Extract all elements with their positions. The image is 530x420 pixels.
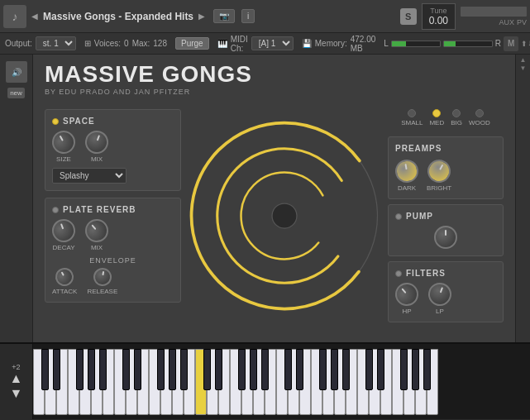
release-label: RELEASE xyxy=(87,288,117,295)
keyboard-area: +2 ▲ ▼ xyxy=(0,342,530,419)
black-key[interactable] xyxy=(423,349,431,390)
envelope-knobs: ATTACK RELEASE xyxy=(52,268,174,295)
dark-group: DARK xyxy=(395,160,418,192)
strip-bottom: ▼ xyxy=(520,64,527,72)
top-bar-left: ♪ ◀ Massive Gongs - Expanded Hits ▶ 📷 i xyxy=(3,5,400,28)
black-key[interactable] xyxy=(238,349,246,390)
save-btn[interactable]: S xyxy=(400,8,417,25)
pump-led[interactable] xyxy=(395,213,402,220)
space-dropdown[interactable]: Splashy Small Medium Large Hall xyxy=(52,168,127,184)
black-key[interactable] xyxy=(342,349,350,390)
black-key[interactable] xyxy=(169,349,176,390)
tune-slider[interactable] xyxy=(461,7,527,17)
max-label: Max: xyxy=(132,39,150,48)
black-key[interactable] xyxy=(88,349,95,390)
memory-value: 472.00 MB xyxy=(351,35,376,53)
midi-item: 🎹 MIDI Ch: [A] 1 xyxy=(217,35,294,53)
nav-next[interactable]: ▶ xyxy=(197,10,207,22)
filters-led[interactable] xyxy=(395,270,402,277)
info-btn[interactable]: i xyxy=(241,9,255,23)
bright-group: BRIGHT xyxy=(427,160,451,192)
voices-label: Voices: xyxy=(94,39,121,48)
black-key[interactable] xyxy=(215,349,222,390)
hp-label: HP xyxy=(402,308,411,315)
black-key[interactable] xyxy=(377,349,384,390)
dark-knob[interactable] xyxy=(394,158,420,184)
output-label: Output: xyxy=(5,39,32,48)
space-section: SPACE SIZE MIX Splashy xyxy=(45,109,181,191)
m-btn[interactable]: M xyxy=(504,36,518,51)
mix-label: MIX xyxy=(91,155,103,163)
black-key[interactable] xyxy=(180,349,188,390)
filters-section: FILTERS HP LP xyxy=(388,261,504,322)
octave-label: +2 xyxy=(12,363,20,371)
center-knob-area xyxy=(181,109,388,322)
space-led[interactable] xyxy=(52,118,59,125)
big-led[interactable] xyxy=(452,109,461,117)
plate-knobs: DECAY MIX xyxy=(52,219,174,251)
med-label: MED xyxy=(429,119,444,126)
black-key[interactable] xyxy=(53,349,60,390)
black-key[interactable] xyxy=(365,349,373,390)
black-key[interactable] xyxy=(76,349,84,390)
black-key[interactable] xyxy=(296,349,303,390)
space-mix-knob[interactable] xyxy=(82,127,112,157)
black-key[interactable] xyxy=(134,349,141,390)
tune-label: Tune xyxy=(429,7,448,15)
keys-container xyxy=(33,344,530,419)
lp-knob[interactable] xyxy=(425,279,455,309)
big-label: BIG xyxy=(451,119,462,126)
camera-btn[interactable]: 📷 xyxy=(213,9,235,23)
black-key[interactable] xyxy=(412,349,419,390)
new-badge: new xyxy=(7,88,25,98)
black-key[interactable] xyxy=(331,349,338,390)
pump-knob[interactable] xyxy=(434,226,457,249)
release-knob[interactable] xyxy=(92,266,112,287)
preamps-section: PREAMPS DARK BRIGHT xyxy=(388,136,504,199)
black-key[interactable] xyxy=(319,349,327,390)
attack-knob[interactable] xyxy=(52,265,77,289)
nav-prev[interactable]: ◀ xyxy=(30,10,40,22)
size-knob[interactable] xyxy=(48,126,79,158)
pump-section: PUMP xyxy=(388,204,504,256)
hp-knob[interactable] xyxy=(390,278,423,310)
filters-knobs: HP LP xyxy=(395,283,496,315)
med-selector: MED xyxy=(429,109,444,126)
black-key[interactable] xyxy=(203,349,211,390)
black-key[interactable] xyxy=(157,349,165,390)
top-bar-right: S Tune 0.00 AUX PV xyxy=(400,3,527,30)
purge-btn[interactable]: Purge xyxy=(175,37,209,50)
plate-mix-knob[interactable] xyxy=(80,214,112,246)
wood-label: WOOD xyxy=(469,119,490,126)
black-key[interactable] xyxy=(261,349,269,390)
memory-label: Memory: xyxy=(315,39,347,48)
keyboard-sidebar: +2 ▲ ▼ xyxy=(0,344,33,419)
small-selector: SMALL xyxy=(401,109,423,126)
top-bar: ♪ ◀ Massive Gongs - Expanded Hits ▶ 📷 i … xyxy=(0,0,530,33)
l-label: L xyxy=(384,39,389,48)
space-knobs: SIZE MIX xyxy=(52,131,174,163)
midi-dropdown[interactable]: [A] 1 xyxy=(251,36,294,50)
dark-label: DARK xyxy=(398,184,416,192)
instrument-icon: ♪ xyxy=(3,5,26,28)
decay-knob[interactable] xyxy=(49,216,79,246)
wood-led[interactable] xyxy=(475,109,484,117)
bright-knob[interactable] xyxy=(423,155,455,187)
output-dropdown[interactable]: st. 1 xyxy=(36,36,76,50)
plate-led[interactable] xyxy=(52,207,59,213)
big-knob-svg[interactable] xyxy=(181,109,388,322)
black-key[interactable] xyxy=(122,349,130,390)
octave-down[interactable]: ▼ xyxy=(10,386,23,401)
level-icons: ⬆⬇ xyxy=(521,40,530,48)
decay-label: DECAY xyxy=(53,244,75,251)
black-key[interactable] xyxy=(250,349,257,390)
black-key[interactable] xyxy=(400,349,408,390)
black-key[interactable] xyxy=(99,349,107,390)
med-led[interactable] xyxy=(432,109,441,117)
mix-group: MIX xyxy=(85,131,108,163)
plate-header: PLATE REVERB xyxy=(52,205,174,214)
black-key[interactable] xyxy=(41,349,49,390)
black-key[interactable] xyxy=(284,349,292,390)
octave-up[interactable]: ▲ xyxy=(10,371,23,386)
small-led[interactable] xyxy=(408,109,416,117)
